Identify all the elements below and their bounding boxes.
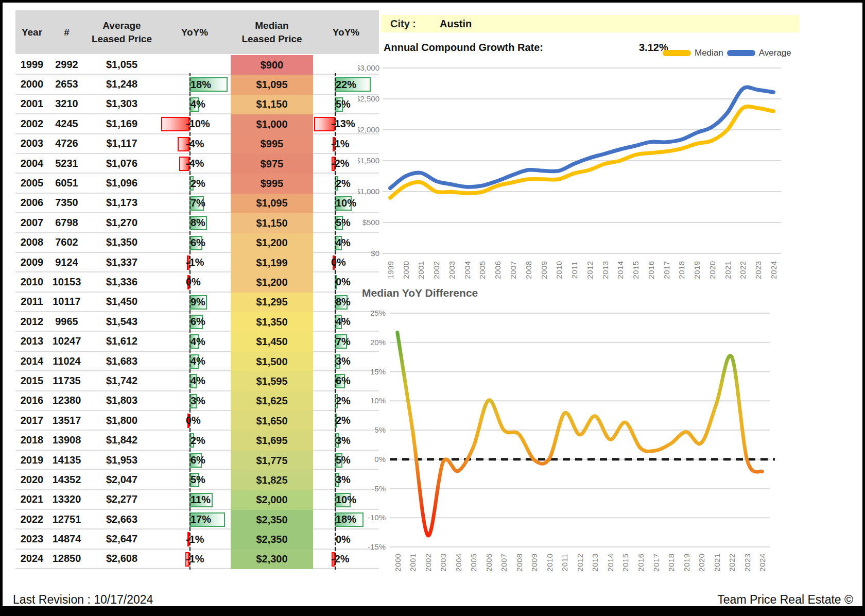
- window-bottom-edge: [3, 606, 862, 613]
- average-yoy-cell: 2%: [159, 431, 231, 450]
- year-cell: 2011: [15, 293, 48, 312]
- y-axis-tick-label: $3,000: [358, 63, 379, 72]
- x-axis-tick-label: 2002: [423, 548, 432, 577]
- x-axis-tick-2020: 2020: [704, 256, 720, 284]
- table-row-2006: 20067350$1,1737%$1,09510%: [15, 194, 379, 213]
- average-price-cell: $1,800: [85, 411, 159, 431]
- table-row-2018: 201813908$1,8422%$1,6953%: [15, 431, 379, 450]
- listing-count-cell: 10247: [48, 332, 85, 351]
- x-axis-tick-label: 2011: [570, 255, 579, 284]
- listing-count-cell: 11024: [48, 352, 85, 371]
- yoy-value: 5%: [336, 454, 351, 466]
- x-axis-tick-2012: 2012: [572, 549, 587, 576]
- x-axis-tick-label: 2017: [651, 548, 660, 577]
- x-axis-tick-2017: 2017: [648, 549, 664, 576]
- yoy-value: -1%: [186, 553, 204, 564]
- yoy-value: 2%: [191, 434, 205, 446]
- x-axis-tick-label: 2022: [738, 255, 747, 284]
- x-axis-tick-label: 2004: [462, 255, 471, 284]
- median-price-cell: $900: [231, 55, 313, 75]
- x-axis-tick-label: 2021: [712, 548, 721, 577]
- table-row-2001: 20013210$1,3034%$1,1505%: [15, 95, 379, 114]
- x-axis-tick-label: 2019: [682, 548, 690, 577]
- average-yoy-cell: 6%: [159, 451, 231, 470]
- median-price-cell: $2,000: [231, 490, 313, 510]
- x-axis-tick-label: 2013: [600, 255, 609, 284]
- y-axis-tick-label: -5%: [372, 484, 386, 493]
- y-axis-tick-label: $1,500: [358, 156, 379, 165]
- x-axis-tick-2007: 2007: [496, 549, 512, 576]
- y-axis-tick-label: 10%: [370, 396, 386, 405]
- y-axis-tick-label: 5%: [374, 425, 386, 434]
- yoy-value: 10%: [336, 493, 356, 505]
- average-price-cell: $1,350: [85, 233, 159, 253]
- last-revision-text: Last Revision : 10/17/2024: [13, 593, 153, 607]
- yoy-value: 0%: [186, 415, 201, 426]
- median-price-cell: $1,825: [231, 470, 313, 490]
- listing-count-cell: 11735: [48, 371, 85, 391]
- x-axis-tick-2005: 2005: [466, 549, 481, 576]
- x-axis-tick-label: 2016: [636, 548, 645, 577]
- x-axis-tick-2009: 2009: [536, 256, 551, 284]
- x-axis-tick-2015: 2015: [618, 549, 633, 576]
- yoy-value: -1%: [186, 533, 204, 545]
- year-cell: 2002: [15, 114, 48, 134]
- x-axis-tick-label: 2023: [754, 255, 763, 284]
- yoy-value: 3%: [336, 474, 351, 486]
- average-price-cell: $2,277: [85, 490, 159, 510]
- average-yoy-cell: -1%: [159, 550, 231, 569]
- yoy-value: 4%: [191, 335, 205, 347]
- listing-count-cell: 14352: [48, 470, 85, 490]
- x-axis-tick-label: 2013: [591, 548, 599, 577]
- x-axis-tick-2000: 2000: [390, 549, 405, 576]
- listing-count-cell: 12751: [48, 510, 85, 529]
- x-axis-tick-label: 2018: [677, 255, 686, 284]
- x-axis-tick-label: 2016: [646, 255, 655, 284]
- yoy-gradient-curve: [397, 332, 762, 535]
- x-axis-tick-label: 1999: [386, 255, 394, 284]
- year-cell: 2018: [15, 431, 48, 450]
- average-yoy-cell: 0%: [159, 272, 231, 292]
- yoy-value: 2%: [336, 177, 351, 189]
- median-price-cell: $1,150: [231, 95, 313, 114]
- price-line-chart: $3,000$2,500$2,000$1,500$1,000$500$0: [358, 60, 785, 282]
- table-row-2012: 20129965$1,5436%$1,3504%: [15, 312, 379, 332]
- x-axis-tick-2004: 2004: [459, 256, 475, 284]
- x-axis-tick-label: 2003: [447, 255, 456, 284]
- table-row-2014: 201411024$1,6834%$1,5003%: [15, 352, 379, 371]
- median-price-cell: $1,350: [231, 312, 313, 332]
- copyright-text: Team Price Real Estate ©: [717, 593, 853, 607]
- x-axis-tick-2019: 2019: [679, 549, 694, 576]
- table-row-1999: 19992992$1,055$900: [15, 55, 379, 75]
- x-axis-tick-label: 2018: [667, 548, 676, 577]
- x-axis-tick-label: 2015: [631, 255, 640, 284]
- yoy-chart-title: Median YoY Difference: [362, 287, 478, 299]
- year-cell: 2000: [15, 75, 48, 94]
- listing-count-cell: 5231: [48, 154, 85, 174]
- median-price-cell: $1,199: [231, 253, 313, 272]
- x-axis-tick-2016: 2016: [643, 256, 659, 284]
- col-header-count: #: [48, 26, 85, 39]
- listing-count-cell: 13908: [48, 431, 85, 450]
- table-row-2008: 20087602$1,3506%$1,2004%: [15, 233, 379, 253]
- average-price-cell: $2,047: [85, 470, 159, 490]
- average-legend-swatch: [727, 50, 755, 56]
- median-price-cell: $1,595: [231, 371, 313, 391]
- average-yoy-cell: 6%: [159, 312, 231, 332]
- city-value[interactable]: Austin: [440, 18, 472, 30]
- median-price-cell: $1,500: [231, 352, 313, 371]
- x-axis-tick-label: 2001: [408, 548, 417, 577]
- median-legend-swatch: [663, 50, 691, 56]
- yoy-value: 18%: [336, 514, 356, 525]
- table-row-2005: 20056051$1,0962%$9952%: [15, 174, 379, 193]
- listing-count-cell: 2992: [48, 55, 85, 75]
- average-price-cell: $1,953: [85, 451, 159, 470]
- x-axis-tick-2000: 2000: [398, 256, 413, 284]
- x-axis-tick-label: 2006: [493, 255, 502, 284]
- yoy-value: 0%: [331, 256, 346, 268]
- average-yoy-cell: 5%: [159, 470, 231, 490]
- median-price-cell: $1,695: [231, 431, 313, 450]
- average-price-cell: $1,169: [85, 114, 159, 134]
- average-price-cell: $1,803: [85, 391, 159, 411]
- average-price-cell: $1,683: [85, 352, 159, 371]
